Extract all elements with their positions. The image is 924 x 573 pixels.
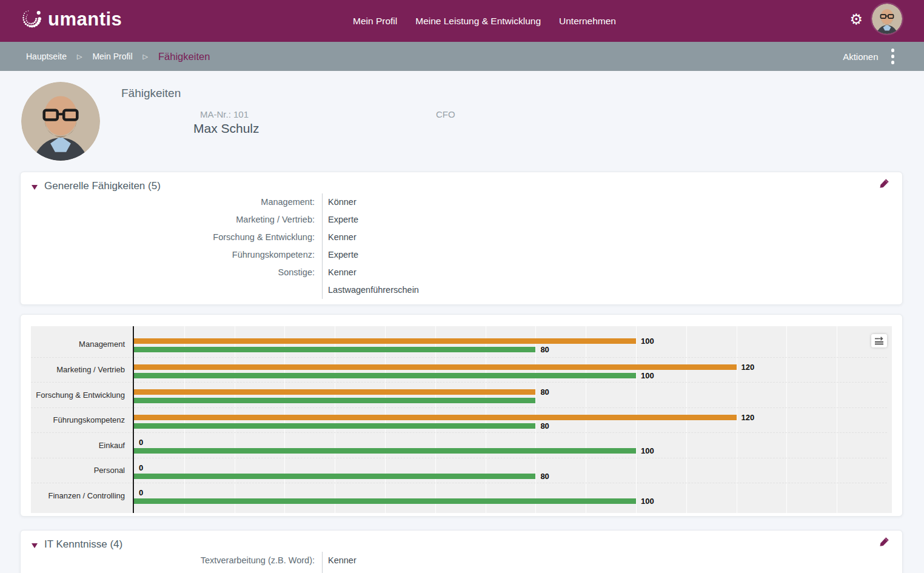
it-skill-list: Textverarbeitung (z.B. Word):KennerERP S… [33, 552, 890, 573]
chart-category-label: Führungskompetenz [31, 408, 134, 433]
skill-value: Kenner [322, 264, 890, 281]
skill-label: Management: [33, 193, 322, 211]
bar-value-label: 120 [742, 414, 755, 421]
skill-value: Kenner [322, 552, 890, 569]
green-bar [134, 498, 636, 504]
chart-band: 0100 [134, 433, 887, 458]
bar-value-label: 0 [139, 438, 143, 446]
logo-text: umantis [48, 10, 122, 28]
chart-row: Marketing / Vertrieb120100 [31, 357, 887, 383]
chart-category-label: Management [31, 332, 134, 357]
green-bar [134, 398, 535, 403]
actions-area: Aktionen [843, 42, 897, 71]
skill-value: Könner [322, 193, 890, 211]
breadcrumb-separator-icon: ▷ [143, 53, 148, 61]
chart-row: Management10080 [31, 332, 887, 357]
green-bar [134, 347, 535, 352]
section-header-it[interactable]: IT Kenntnisse (4) [32, 538, 122, 551]
umantis-logo-icon [21, 8, 42, 30]
chart-export-menu-icon[interactable] [871, 334, 887, 347]
collapse-triangle-icon [32, 185, 38, 190]
app-header: umantis Mein ProfilMeine Leistung & Entw… [0, 0, 924, 42]
bar-value-label: 100 [641, 497, 654, 505]
section-count: (4) [110, 538, 122, 550]
breadcrumb-current: Fähigkeiten [158, 51, 210, 62]
edit-pencil-icon[interactable] [879, 537, 889, 547]
page: umantis Mein ProfilMeine Leistung & Entw… [0, 0, 924, 573]
export-hamburger-icon [874, 337, 885, 345]
green-bar [134, 373, 636, 378]
breadcrumb-link[interactable]: Hauptseite [26, 52, 67, 61]
user-avatar[interactable] [872, 4, 902, 34]
settings-gear-icon[interactable]: ⚙ [849, 12, 863, 27]
chart-row: Personal080 [31, 458, 887, 483]
chart-category-label: Finanzen / Controlling [31, 483, 134, 508]
app-logo[interactable]: umantis [21, 8, 122, 30]
skill-label: Sonstige: [33, 264, 322, 281]
breadcrumb-separator-icon: ▷ [77, 53, 82, 61]
profile-photo [21, 82, 100, 161]
employee-number: MA-Nr.: 101 [200, 109, 249, 119]
avatar-image-large [21, 82, 100, 161]
skill-value: Lastwagenführerschein [322, 281, 890, 299]
section-count: (5) [148, 180, 161, 192]
skill-value: Experte [322, 211, 890, 229]
chart-band: 10080 [134, 332, 887, 357]
skill-label: ERP Systeme: [33, 569, 322, 573]
chart-row: Finanzen / Controlling0100 [31, 483, 887, 508]
skill-value: Könner [322, 569, 890, 573]
collapse-triangle-icon [32, 543, 38, 548]
orange-bar [134, 415, 737, 420]
section-header-general[interactable]: Generelle Fähigkeiten (5) [32, 180, 161, 192]
green-bar [134, 448, 636, 454]
skill-value: Kenner [322, 229, 890, 246]
breadcrumb-bar: Hauptseite▷Mein Profil▷Fähigkeiten Aktio… [0, 42, 924, 71]
orange-bar [134, 364, 737, 370]
skill-label: Marketing / Vertrieb: [33, 211, 322, 229]
breadcrumb: Hauptseite▷Mein Profil▷Fähigkeiten [26, 42, 210, 71]
chart-row: Einkauf0100 [31, 432, 887, 458]
aktionen-button[interactable]: Aktionen [843, 52, 878, 62]
nav-item[interactable]: Meine Leistung & Entwicklung [415, 16, 541, 27]
skill-label: Textverarbeitung (z.B. Word): [33, 552, 322, 569]
chart-band: 080 [134, 458, 887, 483]
orange-bar [134, 338, 636, 344]
chart-category-label: Forschung & Entwicklung [31, 383, 134, 407]
chart-rows: Management10080Marketing / Vertrieb12010… [31, 332, 887, 508]
green-bar [134, 474, 535, 479]
bar-value-label: 0 [139, 489, 143, 497]
main-nav: Mein ProfilMeine Leistung & EntwicklungU… [353, 0, 616, 42]
bar-value-label: 100 [641, 372, 654, 380]
bar-value-label: 0 [139, 464, 143, 472]
section-title: Generelle Fähigkeiten [44, 180, 145, 192]
edit-pencil-icon[interactable] [879, 178, 889, 189]
chart-category-label: Marketing / Vertrieb [31, 358, 134, 383]
page-title: Fähigkeiten [121, 87, 181, 100]
general-skill-list: Management:KönnerMarketing / Vertrieb:Ex… [33, 193, 890, 299]
breadcrumb-link[interactable]: Mein Profil [92, 52, 132, 61]
chart-row: Forschung & Entwicklung80 [31, 382, 887, 407]
bar-value-label: 100 [641, 337, 654, 345]
bar-value-label: 80 [540, 346, 549, 354]
chart-row: Führungskompetenz12080 [31, 407, 887, 433]
bar-value-label: 80 [540, 422, 549, 430]
nav-item[interactable]: Unternehmen [559, 16, 616, 27]
bar-value-label: 120 [742, 363, 755, 371]
employee-position: CFO [436, 109, 455, 119]
chart-band: 0100 [134, 483, 887, 508]
skills-bar-chart: Management10080Marketing / Vertrieb12010… [31, 326, 892, 513]
green-bar [134, 423, 535, 429]
bar-value-label: 100 [641, 447, 654, 455]
chart-category-label: Personal [31, 458, 134, 483]
section-title: IT Kenntnisse [44, 538, 107, 550]
skill-label [33, 281, 322, 299]
avatar-image [872, 4, 902, 34]
kebab-menu-icon[interactable] [889, 46, 897, 67]
orange-bar [134, 389, 535, 395]
chart-band: 12080 [134, 408, 887, 433]
nav-item[interactable]: Mein Profil [353, 16, 397, 27]
chart-band: 120100 [134, 358, 887, 383]
section-generelle-faehigkeiten: Generelle Fähigkeiten (5) Management:Kön… [20, 172, 903, 305]
chart-category-label: Einkauf [31, 433, 134, 458]
skill-value: Experte [322, 246, 890, 264]
